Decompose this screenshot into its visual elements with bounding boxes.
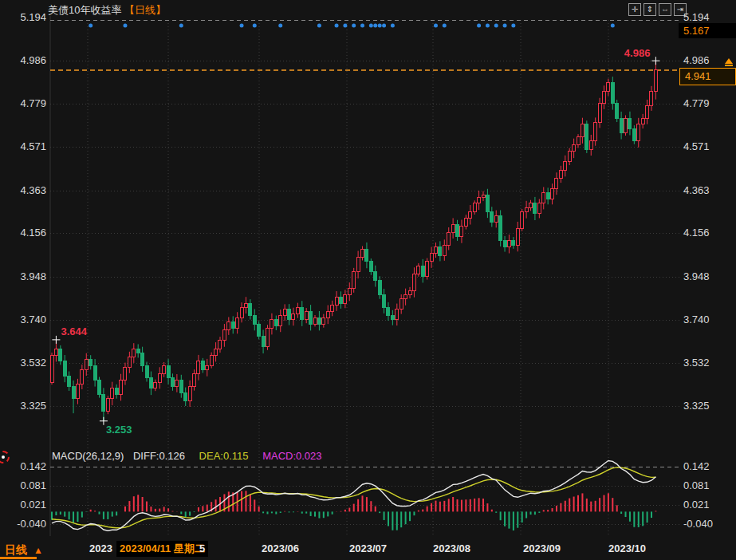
y-axis-label: 0.081 <box>683 479 710 492</box>
y-axis-label: -0.040 <box>683 518 713 530</box>
x-axis-label: 2023/10 <box>608 542 646 554</box>
y-axis-label: 4.779 <box>683 97 710 110</box>
macd-dea-value: DEA:0.115 <box>199 450 249 462</box>
y-axis-label: 0.142 <box>683 460 710 473</box>
y-axis-label: 0.081 <box>0 479 46 492</box>
chart-toolbar: ✛ ⇕ ⇔ ⇥ <box>628 3 687 16</box>
svg-text:4.986: 4.986 <box>624 47 651 59</box>
y-axis-label: 4.156 <box>0 227 46 239</box>
candlestick-chart[interactable]: 3.6443.2534.986 <box>0 0 736 560</box>
y-axis-label: 3.740 <box>683 314 710 326</box>
y-axis-label: 4.571 <box>683 140 710 153</box>
y-axis-label: 5.194 <box>0 11 46 24</box>
y-axis-label: -0.040 <box>0 518 46 530</box>
last-price-label: 4.941 <box>679 68 736 85</box>
y-axis-label: 3.948 <box>0 270 46 283</box>
x-axis-label: 2023/08 <box>433 542 470 554</box>
instrument-name: 美债10年收益率 <box>48 4 121 16</box>
chart-window: 3.6443.2534.986 美债10年收益率 【日线】 ✛ ⇕ ⇔ ⇥ 5.… <box>0 0 736 560</box>
x-axis-label: 2023/07 <box>349 542 387 554</box>
fit-y-axis-icon[interactable]: ⇕ <box>644 3 656 16</box>
y-axis-label: 4.986 <box>683 54 710 67</box>
active-tab-underline <box>0 557 37 559</box>
macd-diff-value: DIFF:0.126 <box>133 450 185 462</box>
y-axis-label: 3.740 <box>0 314 46 326</box>
y-axis-label: 4.571 <box>0 140 46 153</box>
timeframe-tag: 【日线】 <box>124 4 166 16</box>
y-axis-label: 0.021 <box>683 499 710 511</box>
y-axis-label: 4.363 <box>0 184 46 197</box>
y-axis-label: 4.986 <box>0 54 46 67</box>
latest-price-pin-icon[interactable] <box>724 58 734 68</box>
x-axis-label: 2023 <box>89 542 112 554</box>
timeframe-tab-daily[interactable]: 日线▲ <box>5 543 43 558</box>
chart-title: 美债10年收益率 【日线】 <box>48 3 166 18</box>
tab-label: 日线 <box>5 543 27 556</box>
y-axis-label: 0.021 <box>0 499 46 511</box>
x-axis-label: 2023/09 <box>523 542 561 554</box>
y-axis-label: 3.325 <box>0 400 46 412</box>
y-axis-label: 3.948 <box>683 270 710 283</box>
macd-params: MACD(26,12,9) <box>52 450 124 462</box>
y-axis-label: 3.532 <box>0 357 46 369</box>
y-axis-label: 3.325 <box>683 400 710 412</box>
y-axis-label: 4.363 <box>683 184 710 197</box>
svg-text:3.253: 3.253 <box>106 424 132 436</box>
y-axis-label: 3.532 <box>683 357 710 369</box>
x-axis-partial-label: 5 <box>199 542 205 554</box>
x-axis-label: 2023/06 <box>262 542 299 554</box>
tab-expand-arrow-icon[interactable]: ▲ <box>33 545 43 556</box>
crosshair-date-label: 2023/04/11 星期二 <box>116 541 208 557</box>
svg-text:3.644: 3.644 <box>61 325 87 337</box>
high-watermark-label: 5.167 <box>679 23 736 38</box>
y-axis-label: 4.779 <box>0 97 46 110</box>
pan-tool-icon[interactable]: ✛ <box>628 3 641 16</box>
fit-x-axis-icon[interactable]: ⇔ <box>659 3 671 16</box>
y-axis-label: 4.156 <box>683 227 710 239</box>
macd-header: MACD(26,12,9) DIFF:0.126 DEA:0.115 MACD:… <box>52 450 322 462</box>
y-axis-label: 5.194 <box>683 11 710 24</box>
macd-macd-value: MACD:0.023 <box>262 450 321 462</box>
